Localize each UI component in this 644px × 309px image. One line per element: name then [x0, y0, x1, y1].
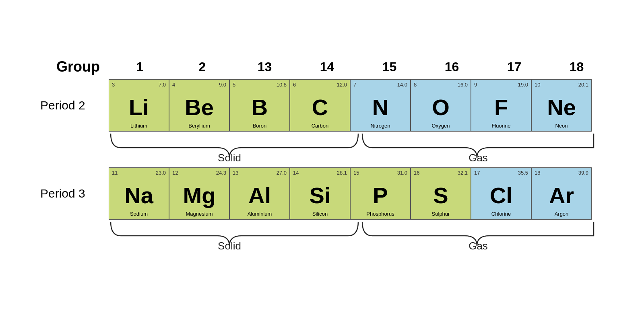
atomic-number-Si: 14: [293, 170, 299, 176]
element-symbol-Be: Be: [185, 96, 214, 119]
svg-text:Solid: Solid: [218, 240, 241, 250]
element-N: 714.0NNitrogen: [350, 79, 411, 132]
atomic-mass-Be: 9.0: [219, 82, 226, 88]
element-Na: 1123.0NaSodium: [109, 167, 169, 220]
element-name-O: Oxygen: [411, 123, 471, 129]
element-C: 612.0CCarbon: [290, 79, 350, 132]
period-2-label: Period 2: [40, 99, 109, 112]
atomic-number-Ar: 18: [535, 170, 540, 176]
element-name-F: Fluorine: [471, 123, 531, 129]
element-name-P: Phosphorus: [351, 211, 410, 217]
group-num-16: 16: [421, 60, 483, 74]
element-symbol-Si: Si: [310, 184, 331, 207]
atomic-number-C: 6: [293, 82, 296, 88]
atomic-mass-Na: 23.0: [156, 170, 166, 176]
group-num-17: 17: [483, 60, 545, 74]
element-symbol-P: P: [373, 184, 388, 207]
element-name-B: Boron: [230, 123, 289, 129]
element-symbol-Mg: Mg: [183, 184, 216, 207]
element-name-Cl: Chlorine: [471, 211, 531, 217]
element-symbol-C: C: [312, 96, 328, 119]
element-O: 816.0OOxygen: [411, 79, 471, 132]
atomic-mass-Mg: 24.3: [216, 170, 226, 176]
atomic-number-N: 7: [353, 82, 356, 88]
element-Li: 37.0LiLithium: [109, 79, 169, 132]
atomic-mass-Si: 28.1: [337, 170, 347, 176]
element-name-Ar: Argon: [532, 211, 591, 217]
element-symbol-N: N: [372, 96, 388, 119]
group-num-18: 18: [545, 60, 608, 74]
period-3-brace: Solid Gas: [109, 220, 604, 250]
element-name-N: Nitrogen: [351, 123, 410, 129]
element-symbol-Li: Li: [129, 96, 149, 119]
atomic-number-Be: 4: [172, 82, 175, 88]
period-2-elements: 37.0LiLithium49.0BeBeryllium510.8BBoron6…: [109, 79, 592, 132]
svg-text:Solid: Solid: [218, 152, 241, 162]
svg-text:Gas: Gas: [469, 152, 488, 162]
period-2-brace: Solid Gas: [109, 132, 604, 162]
atomic-mass-S: 32.1: [458, 170, 468, 176]
periodic-table: Group 12131415161718 Period 2 37.0LiLith…: [24, 52, 620, 258]
element-name-Al: Aluminium: [230, 211, 289, 217]
element-Si: 1428.1SiSilicon: [290, 167, 350, 220]
brace-svg-period3: Solid Gas: [109, 220, 596, 250]
period-3-row: Period 3 1123.0NaSodium1224.3MgMagnesium…: [40, 167, 604, 220]
element-name-Na: Sodium: [109, 211, 169, 217]
atomic-mass-P: 31.0: [397, 170, 407, 176]
atomic-mass-O: 16.0: [458, 82, 468, 88]
atomic-number-B: 5: [233, 82, 235, 88]
element-P: 1531.0PPhosphorus: [350, 167, 411, 220]
element-name-C: Carbon: [290, 123, 350, 129]
atomic-number-Ne: 10: [535, 82, 540, 88]
atomic-mass-Li: 7.0: [159, 82, 166, 88]
element-symbol-Na: Na: [124, 184, 153, 207]
element-name-Mg: Magnesium: [169, 211, 229, 217]
element-symbol-Ne: Ne: [547, 96, 576, 119]
element-S: 1632.1SSulphur: [411, 167, 471, 220]
period-2-row: Period 2 37.0LiLithium49.0BeBeryllium510…: [40, 79, 604, 132]
group-numbers-row: 12131415161718: [40, 60, 608, 74]
element-name-Be: Beryllium: [169, 123, 229, 129]
element-name-Ne: Neon: [532, 123, 591, 129]
atomic-number-F: 9: [474, 82, 477, 88]
atomic-number-S: 16: [414, 170, 419, 176]
atomic-mass-F: 19.0: [518, 82, 528, 88]
group-num-2: 2: [171, 60, 233, 74]
element-symbol-Ar: Ar: [549, 184, 574, 207]
atomic-number-Al: 13: [233, 170, 238, 176]
atomic-number-O: 8: [414, 82, 417, 88]
atomic-mass-B: 10.8: [277, 82, 287, 88]
brace-svg-period2: Solid Gas: [109, 132, 596, 162]
period-3-elements: 1123.0NaSodium1224.3MgMagnesium1327.0AlA…: [109, 167, 592, 220]
atomic-number-Li: 3: [112, 82, 115, 88]
element-name-Si: Silicon: [290, 211, 350, 217]
atomic-mass-C: 12.0: [337, 82, 347, 88]
svg-text:Gas: Gas: [469, 240, 488, 250]
atomic-number-Cl: 17: [474, 170, 480, 176]
group-num-15: 15: [358, 60, 421, 74]
atomic-mass-Cl: 35.5: [518, 170, 528, 176]
atomic-mass-Al: 27.0: [277, 170, 287, 176]
element-B: 510.8BBoron: [229, 79, 290, 132]
group-title: Group: [56, 58, 125, 75]
period-3-label: Period 3: [40, 187, 109, 200]
element-symbol-O: O: [432, 96, 450, 119]
element-symbol-S: S: [433, 184, 448, 207]
group-num-13: 13: [233, 60, 296, 74]
element-Cl: 1735.5ClChlorine: [471, 167, 531, 220]
element-Mg: 1224.3MgMagnesium: [169, 167, 229, 220]
atomic-number-P: 15: [353, 170, 359, 176]
element-F: 919.0FFluorine: [471, 79, 531, 132]
atomic-mass-Ne: 20.1: [578, 82, 588, 88]
element-symbol-F: F: [494, 96, 508, 119]
element-name-S: Sulphur: [411, 211, 471, 217]
group-num-14: 14: [296, 60, 358, 74]
atomic-mass-Ar: 39.9: [578, 170, 588, 176]
element-Al: 1327.0AlAluminium: [229, 167, 290, 220]
element-symbol-B: B: [252, 96, 268, 119]
atomic-mass-N: 14.0: [397, 82, 407, 88]
element-name-Li: Lithium: [109, 123, 169, 129]
element-Be: 49.0BeBeryllium: [169, 79, 229, 132]
element-symbol-Al: Al: [248, 184, 271, 207]
atomic-number-Mg: 12: [172, 170, 178, 176]
